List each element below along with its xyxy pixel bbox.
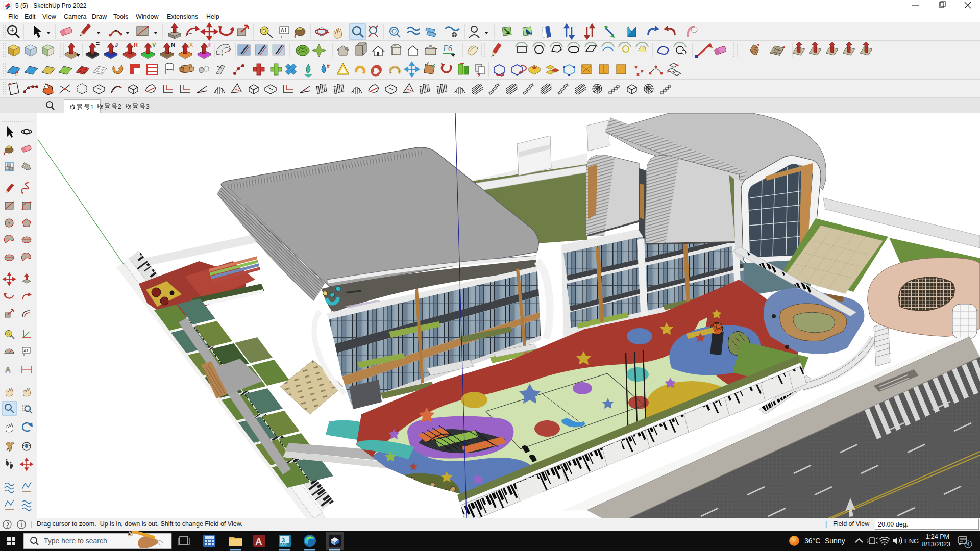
svg-text:8/13/2023: 8/13/2023 [922,541,950,548]
svg-text:A: A [5,365,11,374]
svg-text:F6: F6 [443,44,452,53]
svg-text:X: X [189,42,193,48]
svg-text:=: = [96,41,100,47]
svg-text:3: 3 [146,103,150,110]
svg-text:V: V [152,42,156,48]
svg-text:Sunny: Sunny [825,537,845,545]
svg-text:MAX: MAX [280,543,288,546]
svg-text:A1: A1 [23,348,29,353]
svg-text:1:24 PM: 1:24 PM [925,533,949,540]
svg-text:5 (5) - SketchUp Pro 2022: 5 (5) - SketchUp Pro 2022 [15,2,87,9]
svg-text:4: 4 [967,541,970,547]
svg-text:N: N [171,42,175,48]
svg-text:Type here to search: Type here to search [44,537,107,545]
svg-text:R: R [134,42,138,48]
svg-text:A1: A1 [281,28,287,33]
svg-text:36°C: 36°C [804,537,820,545]
svg-text:ENG: ENG [904,537,919,545]
svg-text:A: A [255,536,262,547]
svg-text:J: J [115,42,118,48]
svg-text:#: # [327,64,330,69]
svg-text:F: F [208,42,212,48]
svg-text:#: # [15,71,18,77]
